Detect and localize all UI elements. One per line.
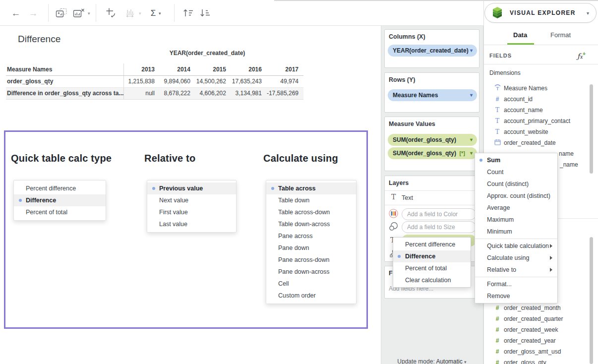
field-account-id[interactable]: # account_id (483, 94, 588, 105)
menu-item-remove[interactable]: Remove (475, 290, 557, 302)
option-pane-down[interactable]: Pane down (266, 242, 356, 254)
field-measure-names[interactable]: Measure Names (483, 83, 588, 94)
field-order-created-quarter[interactable]: # order_created_quarter (483, 313, 588, 324)
option-table-down[interactable]: Table down (266, 194, 356, 206)
app-switcher-button[interactable]: VISUAL EXPLORER ▾ (484, 3, 597, 23)
menu-item-approx-count-distinct[interactable]: Approx. count (distinct) (475, 190, 557, 202)
column-header[interactable]: 2016 (231, 63, 267, 75)
field-order-created-month[interactable]: # order_created_month (483, 303, 588, 313)
submenu-item-clear-calculation[interactable]: Clear calculation (393, 274, 471, 286)
measure-values-pill-1[interactable]: SUM(order_gloss_qty) ▾ (388, 134, 477, 146)
option-custom-order[interactable]: Custom order (266, 290, 356, 302)
submenu-item-percent-of-total[interactable]: Percent of total (393, 262, 471, 274)
sort-descending-button[interactable] (198, 6, 212, 20)
table-cell[interactable]: 1,215,838 (124, 75, 160, 87)
menu-item-minimum[interactable]: Minimum (475, 226, 557, 238)
row-label[interactable]: order_gloss_qty (6, 75, 124, 87)
color-field-input[interactable] (402, 208, 476, 220)
text-layer-label[interactable]: Text (402, 194, 413, 201)
field-order-created-year[interactable]: # order_created_year (483, 335, 588, 346)
table-cell[interactable]: 49,974 (267, 75, 303, 87)
clear-sheet-dropdown-icon[interactable]: ▾ (88, 11, 90, 16)
chevron-down-icon[interactable]: ▾ (470, 45, 473, 57)
table-cell[interactable]: null (124, 87, 160, 99)
size-target-icon (389, 222, 398, 233)
option-pane-across-down[interactable]: Pane across-down (266, 254, 356, 266)
field-account-name[interactable]: T account_name (483, 105, 588, 116)
fit-axes-button[interactable] (123, 6, 137, 20)
option-first-value[interactable]: First value (147, 206, 236, 218)
field-order-created-date[interactable]: order_created_date (483, 137, 588, 148)
chevron-down-icon[interactable]: ▾ (470, 147, 473, 159)
menu-item-calculate-using[interactable]: Calculate using (475, 252, 557, 264)
occluded-field-fragment[interactable]: _name (560, 161, 578, 168)
column-header[interactable]: 2013 (124, 63, 160, 75)
menu-item-count[interactable]: Count (475, 166, 557, 178)
table-cell[interactable]: 17,635,243 (231, 75, 267, 87)
option-next-value[interactable]: Next value (147, 194, 236, 206)
create-calculated-field-icon[interactable]: ƒx+ (577, 51, 586, 60)
totals-button[interactable]: Σ (148, 6, 158, 20)
option-table-across[interactable]: Table across (266, 182, 356, 194)
update-mode-control[interactable]: Update mode: Automatic ▾ (384, 358, 479, 364)
menu-item-relative-to[interactable]: Relative to (475, 264, 557, 276)
back-button[interactable]: ← (9, 6, 22, 20)
size-field-input[interactable] (402, 221, 476, 233)
option-pane-down-across[interactable]: Pane down-across (266, 266, 356, 278)
option-difference[interactable]: Difference (14, 194, 106, 206)
option-table-down-across[interactable]: Table down-across (266, 218, 356, 230)
option-cell[interactable]: Cell (266, 278, 356, 290)
option-previous-value[interactable]: Previous value (147, 182, 236, 194)
dimensions-scrollbar-thumb[interactable] (590, 84, 593, 174)
field-account-primary-contact[interactable]: T account_primary_contact (483, 116, 588, 126)
row-label[interactable]: Difference in order_gloss_qty across ta.… (6, 87, 124, 99)
totals-dropdown-icon[interactable]: ▾ (159, 11, 161, 16)
forward-button[interactable]: → (27, 6, 40, 20)
table-cell[interactable]: -17,585,269 (267, 87, 303, 99)
measures-scrollbar-thumb[interactable] (590, 237, 593, 364)
clear-sheet-button[interactable] (72, 6, 86, 20)
option-percent-of-total[interactable]: Percent of total (14, 206, 106, 218)
quick-table-calculation-submenu: Percent difference Difference Percent of… (393, 237, 471, 288)
submenu-item-percent-difference[interactable]: Percent difference (393, 239, 471, 250)
submenu-item-difference[interactable]: Difference (393, 250, 471, 262)
menu-item-average[interactable]: Average (475, 202, 557, 214)
datasource-field-icon (493, 84, 501, 93)
tab-format[interactable]: Format (550, 31, 571, 39)
measure-values-pill-2[interactable]: SUM(order_gloss_qty) [*] ▾ (388, 147, 477, 159)
chevron-down-icon[interactable]: ▾ (470, 134, 473, 146)
swap-axes-button[interactable] (105, 6, 119, 20)
option-last-value[interactable]: Last value (147, 218, 236, 230)
tab-data[interactable]: Data (513, 31, 527, 39)
menu-item-sum[interactable]: Sum (475, 154, 557, 166)
duplicate-sheet-button[interactable] (55, 6, 68, 20)
menu-item-format[interactable]: Format... (475, 278, 557, 290)
option-percent-difference[interactable]: Percent difference (14, 182, 106, 194)
column-header[interactable]: 2017 (267, 63, 303, 75)
menu-item-quick-table-calculation[interactable]: Quick table calculation (475, 240, 557, 252)
column-header[interactable]: 2014 (160, 63, 195, 75)
calculate-using-heading: Calculate using (263, 153, 338, 164)
table-cell[interactable]: 8,678,222 (160, 87, 195, 99)
field-order-gloss-qty[interactable]: # order_gloss_qty (483, 357, 588, 364)
table-cell[interactable]: 14,500,262 (195, 75, 231, 87)
chevron-down-icon: ▾ (464, 360, 467, 364)
chevron-down-icon[interactable]: ▾ (470, 89, 473, 101)
option-table-across-down[interactable]: Table across-down (266, 206, 356, 218)
columns-pill[interactable]: YEAR(order_created_date) ▾ (388, 45, 477, 57)
column-header[interactable]: 2015 (195, 63, 231, 75)
option-pane-across[interactable]: Pane across (266, 230, 356, 242)
field-order-gloss-amt-usd[interactable]: # order_gloss_amt_usd (483, 346, 588, 357)
table-cell[interactable]: 4,606,202 (195, 87, 231, 99)
field-label: account_id (504, 96, 533, 103)
menu-item-maximum[interactable]: Maximum (475, 214, 557, 226)
sort-ascending-button[interactable] (181, 6, 195, 20)
occluded-field-fragment[interactable]: name (559, 150, 574, 157)
field-label: account_name (504, 107, 543, 114)
table-cell[interactable]: 9,894,060 (160, 75, 195, 87)
field-account-website[interactable]: T account_website (483, 126, 588, 137)
field-order-created-week[interactable]: # order_created_week (483, 324, 588, 335)
menu-item-count-distinct[interactable]: Count (distinct) (475, 178, 557, 190)
rows-pill[interactable]: Measure Names ▾ (388, 89, 477, 101)
table-cell[interactable]: 3,134,981 (231, 87, 267, 99)
